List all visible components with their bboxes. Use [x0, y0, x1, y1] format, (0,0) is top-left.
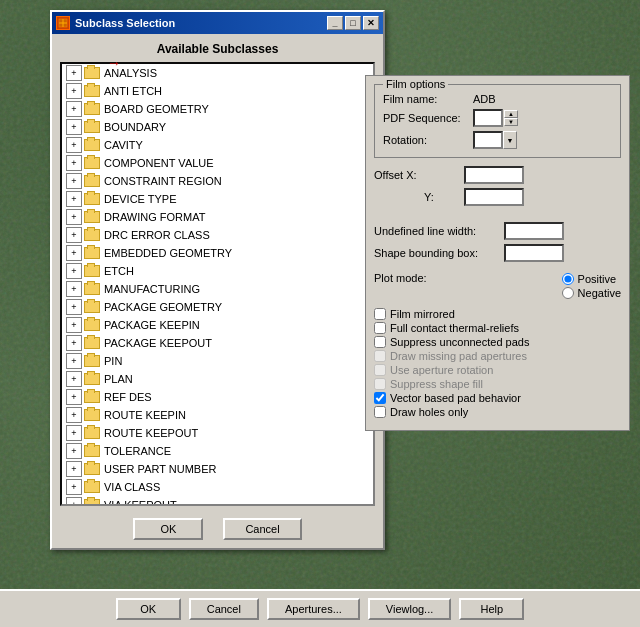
pdf-sequence-spinner[interactable]: 14 ▲ ▼ — [473, 109, 518, 127]
expand-icon[interactable]: + — [66, 443, 82, 459]
folder-icon — [84, 121, 100, 133]
expand-icon[interactable]: + — [66, 65, 82, 81]
full-contact-label[interactable]: Full contact thermal-reliefs — [374, 322, 621, 334]
expand-icon[interactable]: + — [66, 209, 82, 225]
folder-icon — [84, 481, 100, 493]
expand-icon[interactable]: + — [66, 263, 82, 279]
subclass-list[interactable]: +ANALYSIS+ANTI ETCH+BOARD GEOMETRY+BOUND… — [60, 62, 375, 506]
positive-radio[interactable] — [562, 273, 574, 285]
tree-item[interactable]: +DEVICE TYPE — [62, 190, 373, 208]
tree-item[interactable]: +COMPONENT VALUE — [62, 154, 373, 172]
negative-label: Negative — [578, 287, 621, 299]
tree-item[interactable]: +PIN — [62, 352, 373, 370]
tree-item[interactable]: +VIA KEEPOUT — [62, 496, 373, 506]
expand-icon[interactable]: + — [66, 407, 82, 423]
vector-based-checkbox[interactable] — [374, 392, 386, 404]
maximize-button[interactable]: □ — [345, 16, 361, 30]
ok-button[interactable]: OK — [133, 518, 203, 540]
offset-y-input[interactable]: 0.00 — [464, 188, 524, 206]
film-mirrored-checkbox[interactable] — [374, 308, 386, 320]
tree-item[interactable]: +DRC ERROR CLASS — [62, 226, 373, 244]
rotation-dropdown[interactable]: 0 ▼ — [473, 131, 517, 149]
tree-item[interactable]: +ROUTE KEEPIN — [62, 406, 373, 424]
tree-item[interactable]: +PLAN — [62, 370, 373, 388]
expand-icon[interactable]: + — [66, 425, 82, 441]
tree-item[interactable]: +CONSTRAINT REGION — [62, 172, 373, 190]
tree-item[interactable]: +ANTI ETCH — [62, 82, 373, 100]
tree-item[interactable]: +MANUFACTURING — [62, 280, 373, 298]
vector-based-text: Vector based pad behavior — [390, 392, 521, 404]
title-bar: Subclass Selection _ □ ✕ — [52, 12, 383, 34]
expand-icon[interactable]: + — [66, 497, 82, 506]
tree-item[interactable]: +ROUTE KEEPOUT — [62, 424, 373, 442]
expand-icon[interactable]: + — [66, 119, 82, 135]
film-options-group: Film options Film name: ADB PDF Sequence… — [374, 84, 621, 158]
draw-holes-checkbox[interactable] — [374, 406, 386, 418]
offset-x-input[interactable]: 0.00 — [464, 166, 524, 184]
pdf-sequence-input[interactable]: 14 — [473, 109, 503, 127]
expand-icon[interactable]: + — [66, 155, 82, 171]
positive-radio-label[interactable]: Positive — [562, 273, 621, 285]
bottom-toolbar: OK Cancel Apertures... Viewlog... Help — [0, 589, 640, 627]
suppress-shape-label: Suppress shape fill — [374, 378, 621, 390]
expand-icon[interactable]: + — [66, 281, 82, 297]
expand-icon[interactable]: + — [66, 137, 82, 153]
vector-based-label[interactable]: Vector based pad behavior — [374, 392, 621, 404]
tree-item[interactable]: +USER PART NUMBER — [62, 460, 373, 478]
tree-item[interactable]: +BOUNDARY — [62, 118, 373, 136]
film-mirrored-label[interactable]: Film mirrored — [374, 308, 621, 320]
expand-icon[interactable]: + — [66, 479, 82, 495]
tree-item[interactable]: +REF DES — [62, 388, 373, 406]
tree-item[interactable]: +PACKAGE KEEPIN — [62, 316, 373, 334]
expand-icon[interactable]: + — [66, 227, 82, 243]
expand-icon[interactable]: + — [66, 83, 82, 99]
tree-item[interactable]: +TOLERANCE — [62, 442, 373, 460]
tree-item[interactable]: +ETCH — [62, 262, 373, 280]
tree-item-label: REF DES — [104, 391, 152, 403]
draw-holes-label[interactable]: Draw holes only — [374, 406, 621, 418]
expand-icon[interactable]: + — [66, 191, 82, 207]
spin-down-arrow[interactable]: ▼ — [504, 118, 518, 126]
close-button[interactable]: ✕ — [363, 16, 379, 30]
help-button[interactable]: Help — [459, 598, 524, 620]
rotation-dropdown-arrow[interactable]: ▼ — [503, 131, 517, 149]
expand-icon[interactable]: + — [66, 245, 82, 261]
expand-icon[interactable]: + — [66, 173, 82, 189]
expand-icon[interactable]: + — [66, 353, 82, 369]
expand-icon[interactable]: + — [66, 335, 82, 351]
rotation-input[interactable]: 0 — [473, 131, 503, 149]
tree-item[interactable]: +PACKAGE GEOMETRY — [62, 298, 373, 316]
film-options-panel: Film options Film name: ADB PDF Sequence… — [365, 75, 630, 431]
film-name-value: ADB — [473, 93, 496, 105]
viewlog-button[interactable]: Viewlog... — [368, 598, 452, 620]
apertures-button[interactable]: Apertures... — [267, 598, 360, 620]
tree-item-label: DRAWING FORMAT — [104, 211, 205, 223]
tree-item[interactable]: +EMBEDDED GEOMETRY — [62, 244, 373, 262]
folder-icon — [84, 301, 100, 313]
shape-bounding-input[interactable]: 100.00 — [504, 244, 564, 262]
minimize-button[interactable]: _ — [327, 16, 343, 30]
expand-icon[interactable]: + — [66, 299, 82, 315]
negative-radio-label[interactable]: Negative — [562, 287, 621, 299]
tree-item[interactable]: +BOARD GEOMETRY — [62, 100, 373, 118]
expand-icon[interactable]: + — [66, 101, 82, 117]
cancel-button[interactable]: Cancel — [223, 518, 301, 540]
suppress-unconnected-checkbox[interactable] — [374, 336, 386, 348]
bottom-cancel-button[interactable]: Cancel — [189, 598, 259, 620]
negative-radio[interactable] — [562, 287, 574, 299]
tree-item[interactable]: +CAVITY — [62, 136, 373, 154]
bottom-ok-button[interactable]: OK — [116, 598, 181, 620]
expand-icon[interactable]: + — [66, 371, 82, 387]
tree-item[interactable]: +VIA CLASS — [62, 478, 373, 496]
app-icon — [56, 16, 70, 30]
expand-icon[interactable]: + — [66, 389, 82, 405]
spin-up-arrow[interactable]: ▲ — [504, 110, 518, 118]
tree-item-label: BOARD GEOMETRY — [104, 103, 209, 115]
tree-item[interactable]: +DRAWING FORMAT — [62, 208, 373, 226]
tree-item[interactable]: +PACKAGE KEEPOUT — [62, 334, 373, 352]
full-contact-checkbox[interactable] — [374, 322, 386, 334]
expand-icon[interactable]: + — [66, 461, 82, 477]
expand-icon[interactable]: + — [66, 317, 82, 333]
undefined-line-input[interactable]: 6.00 — [504, 222, 564, 240]
suppress-unconnected-label[interactable]: Suppress unconnected pads — [374, 336, 621, 348]
